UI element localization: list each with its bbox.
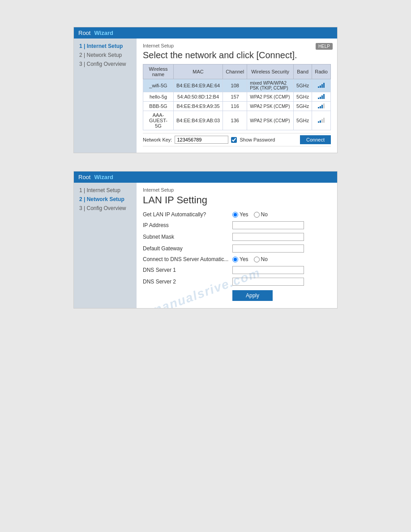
col-radio: Radio [312, 64, 331, 79]
dns2-label: DNS Server 2 [143, 279, 232, 285]
get-lan-ip-yes-text: Yes [240, 211, 248, 218]
cell-mac: 54:A0:50:8D:12:B4 [173, 92, 223, 102]
signal-icon [318, 82, 325, 88]
dns-auto-label: Connect to DNS Server Automatic... [143, 256, 232, 262]
subnet-mask-input[interactable] [232, 233, 304, 241]
dns-auto-yes-text: Yes [240, 256, 248, 262]
section-label-2: Internet Setup [143, 187, 331, 193]
cell-wireless-name: BBB-5G [143, 102, 174, 111]
cell-band: 5GHz [294, 92, 312, 102]
panel-1-header: Root Wizard [74, 27, 337, 39]
get-lan-ip-radio-group: Yes No [232, 211, 268, 218]
cell-channel: 157 [223, 92, 247, 102]
form-row-dns-auto: Connect to DNS Server Automatic... Yes N… [143, 256, 331, 262]
ip-address-label: IP Address [143, 222, 232, 228]
col-channel: Channel [223, 64, 247, 79]
cell-radio [312, 79, 331, 92]
subnet-mask-label: Subnet Mask [143, 234, 232, 240]
network-table-row[interactable]: hello-5g 54:A0:50:8D:12:B4 157 WPA2 PSK … [143, 92, 331, 102]
panel-2-body: 1 | Internet Setup 2 | Network Setup 3 |… [74, 183, 337, 308]
panel-2-header: Root Wizard [74, 172, 337, 183]
cell-channel: 116 [223, 102, 247, 111]
get-lan-ip-label: Get LAN IP Automatically? [143, 211, 232, 218]
panel-1-sidebar: 1 | Internet Setup 2 | Network Setup 3 |… [74, 39, 137, 153]
cell-wireless-name: _wifi-5G [143, 79, 174, 92]
get-lan-ip-yes-radio[interactable] [232, 212, 238, 218]
dns-auto-no-text: No [261, 256, 268, 262]
sidebar-item-network-setup-1[interactable]: 2 | Network Setup [79, 52, 131, 58]
cell-security: WPA2 PSK (CCMP) [247, 102, 294, 111]
default-gateway-label: Default Gateway [143, 245, 232, 252]
cell-channel: 136 [223, 111, 247, 130]
section-label-1: Internet Setup [143, 43, 331, 48]
panel-1-main: Internet Setup Select the network and cl… [137, 39, 337, 153]
panel-1: Root Wizard 1 | Internet Setup 2 | Netwo… [73, 27, 338, 153]
get-lan-ip-no-label[interactable]: No [254, 211, 268, 218]
page-title-2: LAN IP Setting [143, 194, 331, 206]
cell-mac: B4:EE:B4:E9:A9:35 [173, 102, 223, 111]
show-password-label: Show Password [240, 137, 275, 142]
cell-radio [312, 92, 331, 102]
col-wireless-name: Wireless name [143, 64, 174, 79]
form-row-default-gateway: Default Gateway [143, 245, 331, 253]
get-lan-ip-no-radio[interactable] [254, 212, 260, 218]
page-title-1: Select the network and click [Connect]. [143, 50, 331, 60]
dns-auto-radio-group: Yes No [232, 256, 268, 262]
dns-auto-no-label[interactable]: No [254, 256, 268, 262]
form-row-dns2: DNS Server 2 [143, 278, 331, 286]
default-gateway-input[interactable] [232, 245, 304, 253]
sidebar-item-config-overview-1[interactable]: 3 | Config Overview [79, 61, 131, 67]
dns1-input[interactable] [232, 266, 304, 274]
sidebar-item-internet-setup-2[interactable]: 1 | Internet Setup [79, 187, 131, 193]
cell-band: 5GHz [294, 79, 312, 92]
get-lan-ip-yes-label[interactable]: Yes [232, 211, 248, 218]
panel-1-body: 1 | Internet Setup 2 | Network Setup 3 |… [74, 39, 337, 153]
cell-mac: B4:EE:B4:E9:AB:03 [173, 111, 223, 130]
signal-icon [318, 94, 325, 99]
sidebar-item-config-overview-2[interactable]: 3 | Config Overview [79, 205, 131, 211]
signal-icon [318, 103, 325, 108]
signal-icon [318, 117, 325, 123]
dns2-input[interactable] [232, 278, 304, 286]
apply-button[interactable]: Apply [232, 290, 273, 301]
sidebar-item-network-setup-2[interactable]: 2 | Network Setup [79, 196, 131, 202]
cell-security: mixed WPA/WPA2 PSK (TKIP, CCMP) [247, 79, 294, 92]
dns-auto-yes-label[interactable]: Yes [232, 256, 248, 262]
network-table-row[interactable]: _wifi-5G B4:EE:B4:E9:AE:64 108 mixed WPA… [143, 79, 331, 92]
help-button-1[interactable]: HELP [316, 43, 333, 50]
dns-auto-yes-radio[interactable] [232, 257, 238, 262]
ip-address-input[interactable] [232, 221, 304, 229]
panel-2-main: Internet Setup LAN IP Setting Get LAN IP… [137, 183, 337, 308]
panel-2-sidebar: 1 | Internet Setup 2 | Network Setup 3 |… [74, 183, 137, 308]
sidebar-item-internet-setup-1[interactable]: 1 | Internet Setup [79, 43, 131, 49]
panel-2: Root Wizard 1 | Internet Setup 2 | Netwo… [73, 171, 338, 309]
col-security: Wireless Security [247, 64, 294, 79]
cell-channel: 108 [223, 79, 247, 92]
wizard-label-2: Wizard [94, 174, 113, 180]
form-row-get-lan-ip: Get LAN IP Automatically? Yes No [143, 211, 331, 218]
network-table-row[interactable]: BBB-5G B4:EE:B4:E9:A9:35 116 WPA2 PSK (C… [143, 102, 331, 111]
connect-button[interactable]: Connect [300, 135, 331, 144]
wizard-label: Wizard [94, 30, 113, 36]
dns-auto-no-radio[interactable] [254, 257, 260, 262]
show-password-checkbox[interactable] [231, 137, 237, 143]
cell-security: WPA2 PSK (CCMP) [247, 111, 294, 130]
form-row-subnet-mask: Subnet Mask [143, 233, 331, 241]
form-row-ip-address: IP Address [143, 221, 331, 229]
cell-mac: B4:EE:B4:E9:AE:64 [173, 79, 223, 92]
network-key-label: Network Key: [143, 137, 172, 142]
lan-form: Get LAN IP Automatically? Yes No IP Add [143, 211, 331, 301]
network-table: Wireless name MAC Channel Wireless Secur… [143, 64, 331, 130]
cell-radio [312, 111, 331, 130]
get-lan-ip-no-text: No [261, 211, 268, 218]
col-mac: MAC [173, 64, 223, 79]
cell-security: WPA2 PSK (CCMP) [247, 92, 294, 102]
network-table-row[interactable]: AAA-GUEST-5G B4:EE:B4:E9:AB:03 136 WPA2 … [143, 111, 331, 130]
network-key-input[interactable] [175, 136, 228, 144]
cell-band: 5GHz [294, 102, 312, 111]
cell-radio [312, 102, 331, 111]
root-label-2: Root [78, 174, 90, 180]
cell-wireless-name: AAA-GUEST-5G [143, 111, 174, 130]
root-label: Root [78, 30, 90, 36]
cell-wireless-name: hello-5g [143, 92, 174, 102]
